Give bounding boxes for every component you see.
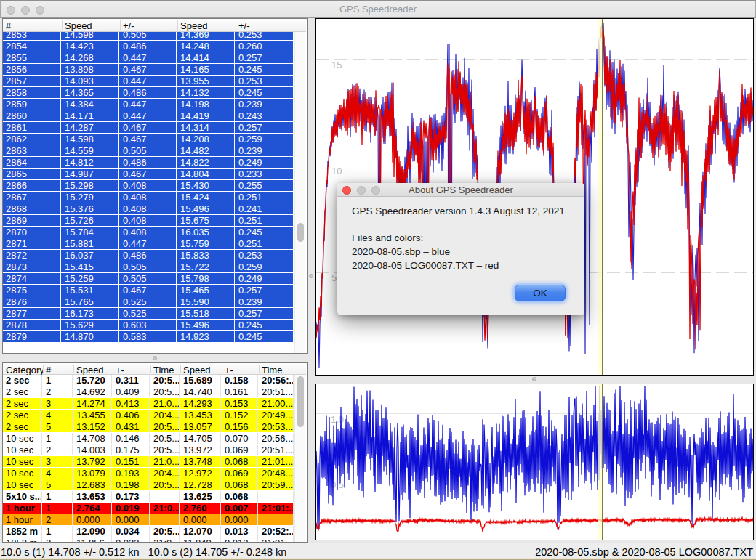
svg-text:5: 5	[331, 272, 337, 283]
svg-text:15: 15	[331, 60, 342, 70]
svg-text:1.0: 1.0	[331, 414, 344, 425]
svg-text:10: 10	[331, 166, 342, 176]
